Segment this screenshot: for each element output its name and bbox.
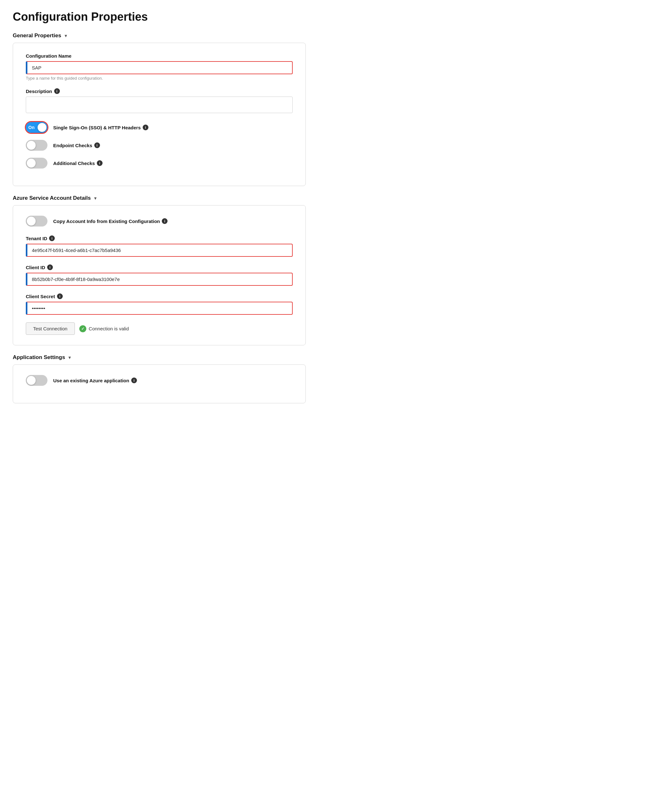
copy-toggle-label: Copy Account Info from Existing Configur… xyxy=(53,218,168,224)
existing-app-toggle-row: Use an existing Azure application i xyxy=(26,375,293,386)
client-id-label: Client ID i xyxy=(26,264,293,270)
application-settings-section: Application Settings ▼ Use an existing A… xyxy=(13,354,306,403)
client-id-info-icon[interactable]: i xyxy=(47,264,53,270)
client-secret-info-icon[interactable]: i xyxy=(57,293,63,299)
client-id-group: Client ID i xyxy=(26,264,293,286)
existing-app-toggle[interactable] xyxy=(26,375,48,386)
endpoint-toggle[interactable] xyxy=(26,140,48,151)
config-name-hint: Type a name for this guided configuratio… xyxy=(26,76,293,81)
tenant-id-group: Tenant ID i xyxy=(26,235,293,257)
application-settings-card: Use an existing Azure application i xyxy=(13,365,306,403)
client-secret-input[interactable] xyxy=(26,302,293,315)
test-connection-button[interactable]: Test Connection xyxy=(26,322,75,335)
description-label: Description i xyxy=(26,88,293,94)
description-group: Description i xyxy=(26,88,293,114)
additional-toggle[interactable] xyxy=(26,158,48,168)
general-properties-card: Configuration Name Type a name for this … xyxy=(13,43,306,186)
config-name-input[interactable] xyxy=(26,61,293,74)
test-connection-row: Test Connection ✓ Connection is valid xyxy=(26,322,293,335)
client-id-input[interactable] xyxy=(26,273,293,286)
application-settings-chevron[interactable]: ▼ xyxy=(68,355,72,360)
tenant-id-label: Tenant ID i xyxy=(26,235,293,241)
config-name-group: Configuration Name Type a name for this … xyxy=(26,53,293,81)
sso-toggle[interactable]: On xyxy=(26,122,48,133)
sso-toggle-text: On xyxy=(28,125,35,130)
description-info-icon[interactable]: i xyxy=(54,88,60,94)
client-secret-label: Client Secret i xyxy=(26,293,293,299)
azure-service-card: Copy Account Info from Existing Configur… xyxy=(13,205,306,345)
description-input[interactable] xyxy=(26,97,293,113)
general-properties-section: General Properties ▼ Configuration Name … xyxy=(13,33,306,186)
config-name-label: Configuration Name xyxy=(26,53,293,59)
existing-app-info-icon[interactable]: i xyxy=(131,378,137,383)
connection-status: ✓ Connection is valid xyxy=(79,325,129,332)
azure-service-chevron[interactable]: ▼ xyxy=(93,196,97,201)
endpoint-toggle-row: Endpoint Checks i xyxy=(26,140,293,151)
additional-toggle-row: Additional Checks i xyxy=(26,158,293,168)
copy-toggle[interactable] xyxy=(26,216,48,226)
sso-info-icon[interactable]: i xyxy=(143,125,149,130)
connection-status-text: Connection is valid xyxy=(89,326,129,331)
tenant-id-input[interactable] xyxy=(26,244,293,257)
client-secret-group: Client Secret i xyxy=(26,293,293,315)
sso-toggle-row: On Single Sign-On (SSO) & HTTP Headers i xyxy=(26,122,293,133)
general-properties-label: General Properties xyxy=(13,33,61,39)
endpoint-toggle-label: Endpoint Checks i xyxy=(53,142,100,148)
azure-service-label: Azure Service Account Details xyxy=(13,195,91,202)
azure-service-section: Azure Service Account Details ▼ Copy Acc… xyxy=(13,195,306,345)
additional-toggle-label: Additional Checks i xyxy=(53,160,102,166)
copy-toggle-row: Copy Account Info from Existing Configur… xyxy=(26,216,293,226)
page-title: Configuration Properties xyxy=(13,10,306,23)
general-properties-chevron[interactable]: ▼ xyxy=(64,33,68,38)
connection-status-icon: ✓ xyxy=(79,325,86,332)
endpoint-info-icon[interactable]: i xyxy=(94,142,100,148)
copy-info-icon[interactable]: i xyxy=(162,218,168,224)
application-settings-label: Application Settings xyxy=(13,354,65,361)
sso-toggle-label: Single Sign-On (SSO) & HTTP Headers i xyxy=(53,125,149,130)
existing-app-toggle-label: Use an existing Azure application i xyxy=(53,378,137,383)
additional-info-icon[interactable]: i xyxy=(97,160,102,166)
tenant-id-info-icon[interactable]: i xyxy=(49,235,55,241)
